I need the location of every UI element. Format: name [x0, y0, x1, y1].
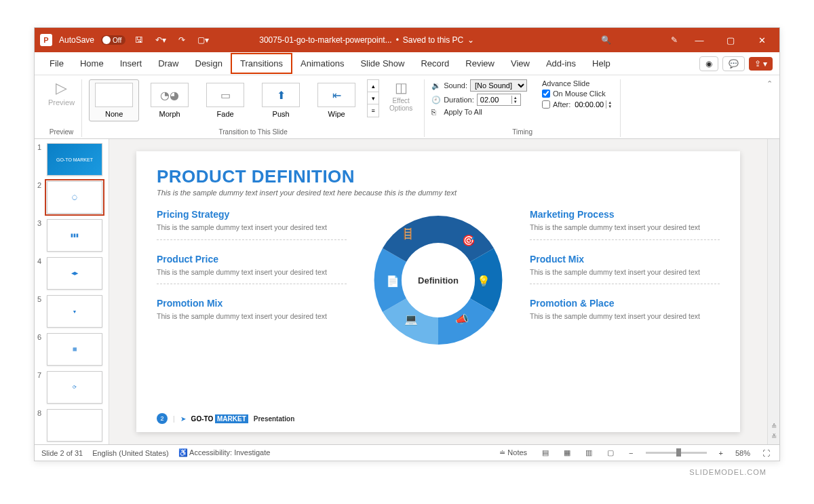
view-sorter-icon[interactable]: ▦ — [561, 447, 573, 459]
laptop-icon: 💻 — [404, 313, 418, 326]
undo-icon[interactable]: ↶▾ — [153, 34, 169, 46]
transition-none[interactable]: None — [89, 79, 139, 121]
document-title[interactable]: 30075-01-go-to-market-powerpoint... • Sa… — [259, 35, 474, 45]
zoom-out-button[interactable]: − — [626, 448, 636, 459]
after-spinner[interactable]: ▲▼ — [573, 100, 613, 109]
prev-slide-icon[interactable]: ≙ — [771, 423, 777, 430]
footer-text: Presentation — [254, 415, 295, 423]
slide-title: PRODUCT DEFINITION — [157, 166, 720, 187]
notes-button[interactable]: ≐ Notes — [497, 447, 530, 459]
transition-wipe[interactable]: ⇤ Wipe — [311, 79, 362, 121]
slide-editor[interactable]: PRODUCT DEFINITION This is the sample du… — [109, 139, 767, 444]
tab-help[interactable]: Help — [584, 54, 619, 73]
thumb-4[interactable]: 4◀▶ — [37, 257, 106, 290]
thumb-5[interactable]: 5▼ — [37, 295, 106, 328]
tab-design[interactable]: Design — [187, 54, 231, 73]
fade-icon: ▭ — [206, 83, 244, 107]
item-product-price: Product PriceThis is the sample dummy te… — [157, 254, 347, 285]
after-input[interactable] — [573, 100, 606, 109]
tab-home[interactable]: Home — [72, 54, 112, 73]
gallery-more[interactable]: ▴ ▾ ≡ — [367, 79, 379, 117]
app-window: P AutoSave Off 🖫 ↶▾ ↷ ▢▾ 30075-01-go-to-… — [34, 27, 780, 461]
tab-file[interactable]: File — [41, 54, 72, 73]
thumb-7[interactable]: 7⟳ — [37, 371, 106, 404]
close-button[interactable]: ✕ — [750, 35, 774, 45]
group-transitions: None ◔◕ Morph ▭ Fade ⬆ Push ⇤ Wipe — [82, 79, 425, 137]
preview-label: Preview — [48, 98, 75, 106]
collapse-ribbon-icon[interactable]: ⌃ — [767, 79, 773, 88]
apply-all-button[interactable]: ⎘ Apply To All — [431, 108, 527, 116]
view-slideshow-icon[interactable]: ▢ — [604, 447, 617, 459]
transition-morph[interactable]: ◔◕ Morph — [144, 79, 195, 121]
right-column: Marketing ProcessThis is the sample dumm… — [530, 209, 720, 351]
footer-page-num: 2 — [157, 413, 168, 424]
document-icon: 📄 — [386, 275, 400, 288]
tab-animations[interactable]: Animations — [292, 54, 352, 73]
slide-counter[interactable]: Slide 2 of 31 — [41, 449, 83, 457]
group-label-transitions: Transition to This Slide — [219, 127, 288, 137]
tab-slideshow[interactable]: Slide Show — [352, 54, 412, 73]
zoom-in-button[interactable]: + — [716, 448, 726, 459]
present-icon[interactable]: ▢▾ — [195, 34, 212, 46]
sound-select[interactable]: [No Sound] — [470, 79, 527, 92]
megaphone-icon: 📣 — [455, 313, 469, 326]
after-checkbox[interactable] — [542, 100, 550, 109]
group-timing: 🔉 Sound: [No Sound] 🕘 Duration: ▲▼ — [425, 79, 621, 137]
target-icon: 🎯 — [462, 234, 476, 247]
tab-review[interactable]: Review — [457, 54, 503, 73]
zoom-level[interactable]: 58% — [735, 449, 750, 457]
none-icon — [95, 83, 133, 107]
preview-button[interactable]: ▷ Preview — [48, 79, 75, 106]
tab-transitions[interactable]: Transitions — [231, 53, 292, 74]
transition-fade[interactable]: ▭ Fade — [200, 79, 250, 121]
vertical-scrollbar[interactable]: ≙ ≚ — [767, 139, 779, 444]
advance-slide-label: Advance Slide — [542, 79, 613, 88]
tab-record[interactable]: Record — [412, 54, 457, 73]
share-button[interactable]: ⇪ ▾ — [749, 57, 773, 71]
save-icon[interactable]: 🖫 — [132, 34, 146, 46]
comments-icon[interactable]: 💬 — [722, 56, 745, 71]
gallery-down-icon[interactable]: ▾ — [368, 92, 379, 104]
pen-icon[interactable]: ✎ — [668, 34, 680, 46]
on-click-checkbox[interactable] — [542, 90, 550, 98]
next-slide-icon[interactable]: ≚ — [771, 433, 777, 440]
thumb-6[interactable]: 6▦ — [37, 333, 106, 366]
autosave-toggle[interactable]: Off — [101, 35, 125, 45]
autosave-label: AutoSave — [59, 35, 94, 45]
thumb-8[interactable]: 8 — [37, 409, 106, 442]
group-label-timing: Timing — [512, 127, 532, 137]
tab-insert[interactable]: Insert — [112, 54, 151, 73]
duration-input[interactable] — [479, 95, 511, 104]
view-reading-icon[interactable]: ▥ — [583, 447, 595, 459]
tab-draw[interactable]: Draw — [150, 54, 187, 73]
search-icon[interactable]: 🔍 — [598, 33, 614, 47]
tab-view[interactable]: View — [503, 54, 538, 73]
ribbon: ▷ Preview Preview None ◔◕ Morph ▭ Fade — [35, 75, 779, 139]
item-pricing-strategy: Pricing StrategyThis is the sample dummy… — [157, 209, 347, 240]
thumb-3[interactable]: 3▮▮▮ — [37, 219, 106, 252]
view-normal-icon[interactable]: ▤ — [539, 447, 551, 459]
watermark: SLIDEMODEL.COM — [27, 468, 787, 476]
thumb-2[interactable]: 2◯ — [37, 181, 106, 214]
gallery-up-icon[interactable]: ▴ — [368, 80, 379, 92]
accessibility-status[interactable]: ♿ Accessibility: Investigate — [178, 448, 271, 457]
transition-push[interactable]: ⬆ Push — [256, 79, 306, 121]
group-preview: ▷ Preview Preview — [41, 79, 82, 137]
effect-options-button[interactable]: ◫ Effect Options — [385, 79, 417, 112]
push-icon: ⬆ — [262, 83, 300, 107]
language-status[interactable]: English (United States) — [92, 449, 169, 457]
duration-spinner[interactable]: ▲▼ — [477, 94, 521, 106]
on-click-label: On Mouse Click — [553, 90, 606, 98]
record-indicator-icon[interactable]: ◉ — [699, 56, 718, 71]
zoom-slider[interactable] — [646, 452, 707, 454]
fit-window-icon[interactable]: ⛶ — [760, 448, 773, 459]
maximize-button[interactable]: ▢ — [718, 35, 743, 45]
redo-icon[interactable]: ↷ — [176, 34, 188, 46]
thumb-1[interactable]: 1GO-TO MARKET — [37, 143, 106, 176]
minimize-button[interactable]: — — [687, 35, 712, 45]
gallery-expand-icon[interactable]: ≡ — [368, 104, 379, 117]
effect-options-icon: ◫ — [395, 79, 408, 96]
slide-thumbnails: 1GO-TO MARKET 2◯ 3▮▮▮ 4◀▶ 5▼ 6▦ 7⟳ 8 — [35, 139, 109, 444]
tab-addins[interactable]: Add-ins — [538, 54, 584, 73]
clock-icon: 🕘 — [431, 96, 441, 104]
